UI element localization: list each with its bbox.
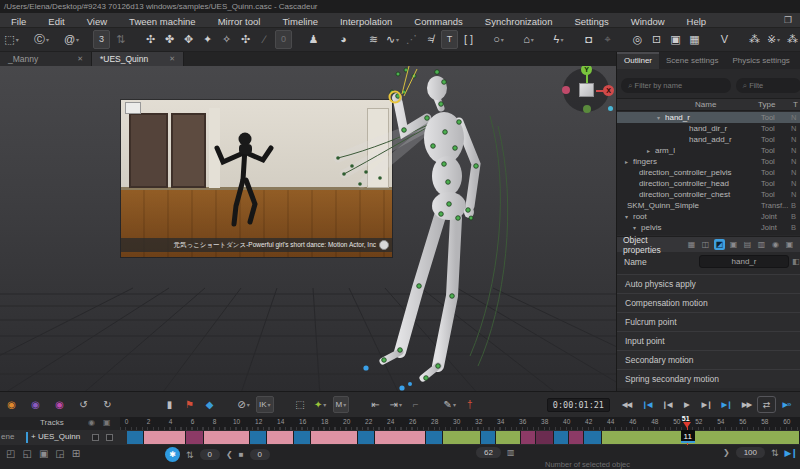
toolbar-button[interactable]: ◘▾ (580, 30, 597, 49)
gizmo-neg-y-axis[interactable] (583, 105, 591, 113)
timeline-tool-button[interactable]: ↺▾ (76, 396, 91, 413)
property-section-header[interactable]: Secondary motion (617, 350, 800, 369)
outliner-row[interactable]: SKM_Quinn_Simple Transf... B (617, 200, 800, 211)
track-edit-button[interactable]: ◱ (22, 448, 31, 459)
timeline-tool-button[interactable]: IK▾ (256, 396, 274, 413)
toolbar-button[interactable]: ✣▾ (142, 30, 159, 49)
timeline-tool-button[interactable]: ⊘▾ (236, 396, 251, 413)
timeline-tool-button[interactable]: ⚑▾ (182, 396, 197, 413)
offset-value[interactable]: 0 (200, 449, 220, 460)
gizmo-z-axis[interactable] (608, 106, 613, 111)
outliner-row[interactable]: direction_controller_head Tool N (617, 178, 800, 189)
toolbar-button[interactable]: ⁂▾ (784, 30, 800, 49)
outliner-row[interactable]: direction_controller_chest Tool N (617, 189, 800, 200)
track-checkbox-2[interactable] (106, 434, 113, 441)
expand-arrow-icon[interactable]: ▾ (633, 224, 641, 231)
toolbar-button[interactable]: ○▾ (490, 30, 507, 49)
timeline-tool-button[interactable]: ⬚▾ (293, 396, 308, 413)
timeline-interval[interactable] (186, 431, 204, 444)
window-layout-icon[interactable]: ❐ (784, 15, 792, 25)
property-section-header[interactable]: Compensation motion (617, 293, 800, 312)
viewport-3d[interactable]: 元気っこショートダンス-Powerful girl's short dance:… (0, 66, 616, 391)
menu-item[interactable]: Timeline (271, 16, 329, 27)
prev-button[interactable]: ❮ (226, 450, 233, 459)
document-tab[interactable]: *UES_Quinn✕ (92, 52, 184, 66)
menu-item[interactable]: Window (620, 16, 676, 27)
playback-button[interactable]: ▶▶ (737, 396, 756, 413)
toolbar-button[interactable]: ≋▾ (365, 30, 382, 49)
playback-button[interactable]: ◀◀ (617, 396, 636, 413)
timeline-tool-button[interactable]: ◉▾ (4, 396, 19, 413)
track-edit-button[interactable]: ◲ (55, 448, 64, 459)
expand-arrow-icon[interactable]: ▾ (657, 114, 665, 121)
interval-button[interactable]: ■ (239, 450, 244, 459)
playback-button[interactable]: ▶» (777, 396, 796, 413)
menu-item[interactable]: File (0, 16, 37, 27)
offset-value-2[interactable]: 0 (250, 449, 270, 460)
toolbar-button[interactable]: ▦▾ (686, 30, 703, 49)
timeline-interval[interactable] (311, 431, 357, 444)
timeline-interval[interactable] (204, 431, 250, 444)
timeline-interval[interactable] (554, 431, 569, 444)
timeline-interval[interactable] (127, 431, 145, 444)
playback-button[interactable]: ▶❙ (717, 396, 736, 413)
track-checkbox-1[interactable] (92, 434, 99, 441)
toolbar-button[interactable]: ∿▾ (384, 30, 401, 49)
playback-button[interactable]: ▶❙ (697, 396, 716, 413)
view-gizmo[interactable]: Y X (560, 66, 614, 114)
toolbar-button[interactable]: ✧▾ (218, 30, 235, 49)
timeline-tool-button[interactable]: ◉▾ (52, 396, 67, 413)
track-name[interactable]: + UES_Quinn (31, 432, 80, 441)
timeline-interval[interactable] (426, 431, 444, 444)
document-tab[interactable]: _Manny✕ (0, 52, 92, 66)
timeline-interval[interactable] (536, 431, 554, 444)
timeline-interval[interactable] (358, 431, 376, 444)
toolbar-button[interactable]: Ⓒ▾ (33, 30, 50, 49)
frame-count-value[interactable]: 62 (476, 447, 501, 458)
toolbar-button[interactable]: ✤▾ (161, 30, 178, 49)
property-panel-icon[interactable]: ▣ (728, 239, 739, 250)
outliner-row[interactable]: ▾ pelvis Joint B (617, 222, 800, 233)
expand-arrow-icon[interactable]: ▸ (647, 147, 655, 154)
timeline-interval[interactable] (602, 431, 800, 444)
toolbar-button[interactable]: ⊡▾ (648, 30, 665, 49)
timeline-interval[interactable] (521, 431, 536, 444)
outliner-row[interactable]: hand_add_r Tool N (617, 134, 800, 145)
lock-icon[interactable]: ▣ (103, 418, 111, 427)
toolbar-button[interactable]: ≉▾ (422, 30, 439, 49)
gizmo-x-axis[interactable]: X (603, 85, 614, 96)
timeline-tool-button[interactable]: ✎▾ (442, 396, 457, 413)
toolbar-button[interactable]: ◎▾ (629, 30, 646, 49)
next-button[interactable]: ❯ (723, 448, 730, 457)
timeline-tool-button[interactable]: ◉▾ (28, 396, 43, 413)
timeline-interval[interactable] (267, 431, 293, 444)
property-panel-icon[interactable]: ◩ (714, 239, 725, 250)
toolbar-button[interactable]: ♟▾ (305, 30, 322, 49)
toolbar-button[interactable]: ✥▾ (180, 30, 197, 49)
timeline-interval[interactable] (569, 431, 584, 444)
stepper-icon[interactable]: ⇅ (186, 450, 194, 460)
gizmo-neg-x-axis[interactable] (562, 86, 570, 94)
toolbar-button[interactable]: ∕▾ (256, 30, 273, 49)
eye-icon[interactable]: ◉ (88, 418, 95, 427)
filter-by-name-input[interactable]: ⌕ Filter by name (621, 78, 731, 93)
menu-item[interactable]: Synchronization (474, 16, 564, 27)
property-panel-icon[interactable]: ▤ (742, 239, 753, 250)
timeline-interval[interactable] (250, 431, 268, 444)
toolbar-button[interactable]: ϟ▾ (550, 30, 567, 49)
outliner-row[interactable]: ▸ arm_l Tool N (617, 145, 800, 156)
expand-arrow-icon[interactable]: ▾ (625, 213, 633, 220)
stepper-icon[interactable]: ⇅ (771, 448, 779, 458)
toolbar-button[interactable]: @▾ (63, 30, 80, 49)
expand-arrow-icon[interactable]: ▸ (625, 158, 633, 165)
toolbar-button[interactable]: 0▾ (275, 30, 292, 49)
go-to-end-button[interactable]: ▶❙ (785, 448, 797, 458)
object-name-input[interactable] (699, 255, 789, 268)
toolbar-button[interactable]: ◕▾ (335, 30, 352, 49)
timeline-interval[interactable] (294, 431, 312, 444)
timeline-interval[interactable] (584, 431, 602, 444)
menu-item[interactable]: Commands (403, 16, 474, 27)
property-section-header[interactable]: Input point (617, 331, 800, 350)
toolbar-button[interactable]: 3▾ (93, 30, 110, 49)
video-reference-overlay[interactable]: 元気っこショートダンス-Powerful girl's short dance:… (121, 100, 392, 257)
